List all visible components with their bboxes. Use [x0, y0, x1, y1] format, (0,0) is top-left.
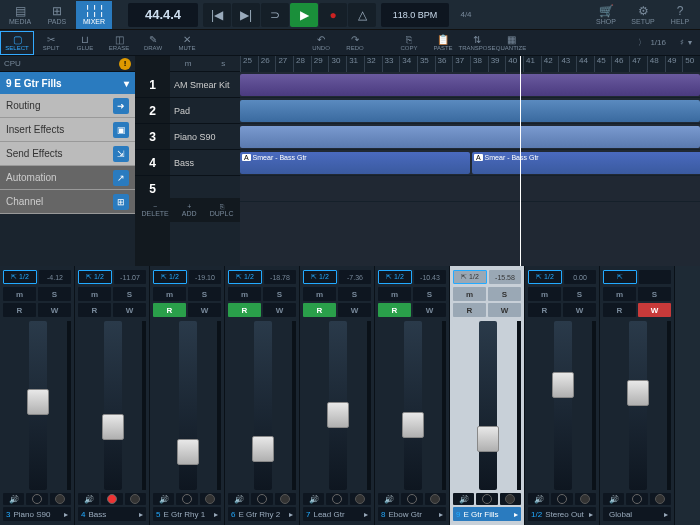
record-enable-button[interactable]: [26, 493, 47, 505]
inspector-item-insert-effects[interactable]: Insert Effects▣: [0, 118, 135, 142]
mute-button[interactable]: m: [78, 287, 111, 301]
track-name[interactable]: AM Smear Kit: [170, 72, 240, 98]
channel-label[interactable]: 4Bass▸: [78, 507, 146, 521]
write-automation-button[interactable]: W: [488, 303, 521, 317]
fader-track[interactable]: [29, 321, 47, 490]
fader-cap[interactable]: [552, 372, 574, 398]
solo-button[interactable]: S: [38, 287, 71, 301]
snap-value[interactable]: 〉 1/16 ♯ ▾: [638, 37, 700, 48]
pan-knob[interactable]: [125, 493, 146, 505]
channel-label[interactable]: 9E Gtr Fills▸: [453, 507, 521, 521]
mute-tool[interactable]: ✕MUTE: [170, 31, 204, 55]
io-routing[interactable]: ⇱ 1/2: [378, 270, 412, 284]
quantize-button[interactable]: ▦QUANTIZE: [494, 31, 528, 55]
record-enable-button[interactable]: [401, 493, 422, 505]
transpose-button[interactable]: ⇅TRANSPOSE: [460, 31, 494, 55]
add-track-button[interactable]: +ADD: [182, 203, 197, 217]
write-automation-button[interactable]: W: [338, 303, 371, 317]
split-tool[interactable]: ✂SPLIT: [34, 31, 68, 55]
time-signature[interactable]: 4/4: [454, 10, 478, 19]
write-automation-button[interactable]: W: [563, 303, 596, 317]
solo-button[interactable]: S: [413, 287, 446, 301]
pan-knob[interactable]: [275, 493, 296, 505]
channel-label[interactable]: 6E Gtr Rhy 2▸: [228, 507, 296, 521]
solo-button[interactable]: S: [488, 287, 521, 301]
timeline[interactable]: 2526272829303132333435363738394041424344…: [240, 56, 700, 266]
track-number[interactable]: 2: [135, 98, 170, 124]
fader-track[interactable]: [404, 321, 422, 490]
fader-cap[interactable]: [177, 439, 199, 465]
glue-tool[interactable]: ⊔GLUE: [68, 31, 102, 55]
track-number[interactable]: 4: [135, 150, 170, 176]
loop-button[interactable]: ⊃: [261, 3, 289, 27]
fader-track[interactable]: [629, 321, 647, 490]
track-number[interactable]: 3: [135, 124, 170, 150]
fader-track[interactable]: [479, 321, 497, 490]
io-routing[interactable]: ⇱ 1/2: [153, 270, 187, 284]
mute-button[interactable]: m: [378, 287, 411, 301]
io-routing[interactable]: ⇱ 1/2: [228, 270, 262, 284]
clip-row[interactable]: [240, 98, 700, 124]
erase-tool[interactable]: ◫ERASE: [102, 31, 136, 55]
channel-label[interactable]: 8Ebow Gtr▸: [378, 507, 446, 521]
fader-track[interactable]: [179, 321, 197, 490]
record-enable-button[interactable]: [626, 493, 647, 505]
pads-button[interactable]: ⊞PADS: [39, 1, 75, 29]
record-enable-button[interactable]: [326, 493, 347, 505]
help-button[interactable]: ?HELP: [662, 1, 698, 29]
mute-button[interactable]: m: [603, 287, 636, 301]
write-automation-button[interactable]: W: [263, 303, 296, 317]
channel-label[interactable]: 1/2Stereo Out▸: [528, 507, 596, 521]
solo-button[interactable]: S: [263, 287, 296, 301]
monitor-button[interactable]: 🔊: [303, 493, 324, 505]
fader-track[interactable]: [329, 321, 347, 490]
fader-cap[interactable]: [477, 426, 499, 452]
tempo-display[interactable]: 118.0 BPM: [381, 3, 449, 27]
play-button[interactable]: ▶: [290, 3, 318, 27]
track-name[interactable]: Piano S90: [170, 124, 240, 150]
track-name[interactable]: Bass: [170, 150, 240, 176]
mute-button[interactable]: m: [228, 287, 261, 301]
mute-button[interactable]: m: [453, 287, 486, 301]
io-routing[interactable]: ⇱ 1/2: [528, 270, 562, 284]
monitor-button[interactable]: 🔊: [528, 493, 549, 505]
ruler[interactable]: 2526272829303132333435363738394041424344…: [240, 56, 700, 72]
mute-button[interactable]: m: [153, 287, 186, 301]
paste-button[interactable]: 📋PASTE: [426, 31, 460, 55]
audio-clip[interactable]: A Smear - Bass Gtr: [240, 152, 470, 174]
mixer-button[interactable]: ╎╎╎MIXER: [76, 1, 112, 29]
io-routing[interactable]: ⇱: [603, 270, 637, 284]
io-routing[interactable]: ⇱ 1/2: [3, 270, 37, 284]
clip-row[interactable]: [240, 176, 700, 202]
fader-track[interactable]: [254, 321, 272, 490]
read-automation-button[interactable]: R: [3, 303, 36, 317]
read-automation-button[interactable]: R: [453, 303, 486, 317]
solo-button[interactable]: S: [188, 287, 221, 301]
draw-tool[interactable]: ✎DRAW: [136, 31, 170, 55]
monitor-button[interactable]: 🔊: [3, 493, 24, 505]
forward-button[interactable]: ▶|: [232, 3, 260, 27]
fader-cap[interactable]: [102, 414, 124, 440]
mute-button[interactable]: m: [303, 287, 336, 301]
record-button[interactable]: ●: [319, 3, 347, 27]
inspector-item-channel[interactable]: Channel⊞: [0, 190, 135, 214]
solo-button[interactable]: S: [563, 287, 596, 301]
io-routing[interactable]: ⇱ 1/2: [303, 270, 337, 284]
read-automation-button[interactable]: R: [303, 303, 336, 317]
inspector-item-send-effects[interactable]: Send Effects⇲: [0, 142, 135, 166]
channel-label[interactable]: 3Piano S90▸: [3, 507, 71, 521]
inspector-item-routing[interactable]: Routing➜: [0, 94, 135, 118]
pan-knob[interactable]: [650, 493, 671, 505]
select-tool[interactable]: ▢SELECT: [0, 31, 34, 55]
fader-cap[interactable]: [327, 402, 349, 428]
setup-button[interactable]: ⚙SETUP: [625, 1, 661, 29]
shop-button[interactable]: 🛒SHOP: [588, 1, 624, 29]
solo-button[interactable]: S: [338, 287, 371, 301]
midi-clip[interactable]: [240, 74, 700, 96]
fader-track[interactable]: [104, 321, 122, 490]
read-automation-button[interactable]: R: [228, 303, 261, 317]
monitor-button[interactable]: 🔊: [153, 493, 174, 505]
media-button[interactable]: ▤MEDIA: [2, 1, 38, 29]
write-automation-button[interactable]: W: [188, 303, 221, 317]
solo-button[interactable]: S: [113, 287, 146, 301]
